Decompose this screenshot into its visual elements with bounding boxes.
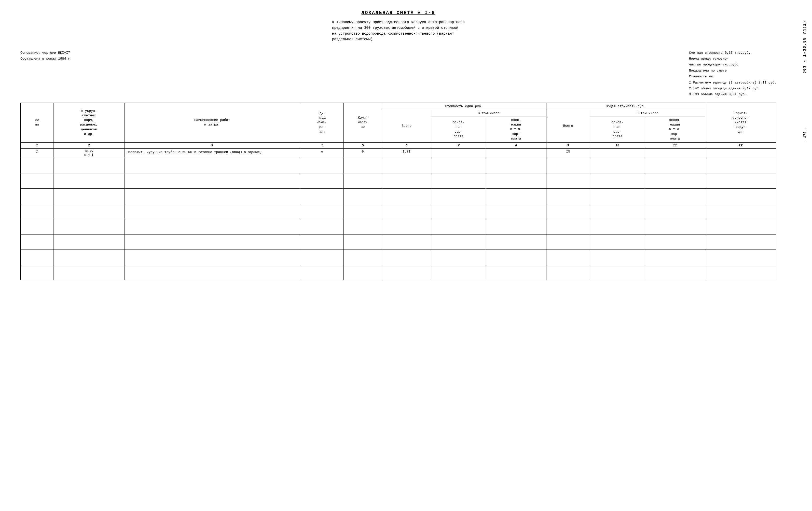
table-row-empty7 [21, 250, 776, 265]
th-total-cost-header: Общая стоимость,руо. [546, 103, 705, 110]
info-right-line8: 3.Iм3 объема здания 0,0I руб. [689, 91, 776, 97]
th-total-base: основ- ная зар- плата [590, 117, 645, 142]
num-cell-1: I [21, 142, 54, 149]
row1-norm-prod [705, 149, 776, 158]
row1-cost-base [431, 149, 486, 158]
th-unit: Еди- ница изме- ре- ния [300, 103, 344, 142]
row1-norm: I6-27 ш.4-I [54, 149, 125, 158]
info-right-line7: 2.Iм2 общей площади здания 0,12 руб. [689, 86, 776, 91]
th-total-expl: экспл. машин в т.ч. зар- плата [645, 117, 705, 142]
row1-unit: м [300, 149, 344, 158]
th-unit-cost-header: Стоимость един.руо. [382, 103, 546, 110]
num-cell-9: 9 [546, 142, 590, 149]
subtitle-line1: к типовому проекту производственного кор… [332, 19, 465, 25]
info-right-line4: Показатели по смете [689, 68, 776, 74]
th-num: №№ пп [21, 103, 54, 142]
th-in-including-total: В том числе [590, 110, 705, 117]
num-cell-4: 4 [300, 142, 344, 149]
num-cell-7: 7 [431, 142, 486, 149]
row1-qty: 9 [344, 149, 382, 158]
table-row-empty3 [21, 189, 776, 204]
subtitle-line3: на устройство водопровода хозяйственно-п… [332, 31, 465, 36]
row1-cost-expl [486, 149, 546, 158]
table-header-row1: №№ пп № укруп. сметных норм, расценок, ц… [21, 103, 776, 110]
info-left-line2: Составлена в ценах 1984 г. [20, 56, 72, 62]
row1-num: I [21, 149, 54, 158]
th-cost-total: Всего [382, 110, 431, 142]
subtitle: к типовому проекту производственного кор… [332, 19, 465, 42]
num-cell-2: 2 [54, 142, 125, 149]
th-norm: № укруп. сметных норм, расценок, ценнико… [54, 103, 125, 142]
main-title: ЛОКАЛЬНАЯ СМЕТА № I-8 [20, 10, 776, 15]
info-right-line5: Стоимость на: [689, 74, 776, 80]
num-cell-8: 8 [486, 142, 546, 149]
th-cost-expl: эксп. машин в т.ч. зар- плата [486, 117, 546, 142]
num-cell-12: I2 [705, 142, 776, 149]
info-section: Основание: чертежи ВКI÷I7 Составлена в ц… [20, 50, 797, 97]
table-row-empty1 [21, 158, 776, 173]
row1-total-expl [645, 149, 705, 158]
table-row-empty8 [21, 265, 776, 280]
table-number-row: I 2 3 4 5 6 7 8 9 I0 II I2 [21, 142, 776, 149]
info-right-line2: Нормативная условно- [689, 56, 776, 62]
table-row-empty6 [21, 234, 776, 250]
num-cell-11: II [645, 142, 705, 149]
info-right-line1: Сметная стоимость 0,63 тнс.руб. [689, 50, 776, 56]
page-container: 603 - 1-33.85 УП(1) - 174 - ЛОКАЛЬНАЯ СМ… [20, 10, 797, 280]
th-name: Наименование работ и затрат [124, 103, 300, 142]
num-cell-6: 6 [382, 142, 431, 149]
row1-name: Проложить чугунные трубон ø 50 мм в гото… [124, 149, 300, 158]
main-table: №№ пп № укруп. сметных норм, расценок, ц… [20, 103, 776, 280]
th-qty: Коли- чест- во [344, 103, 382, 142]
table-row-empty2 [21, 173, 776, 189]
row1-cost-total: I,7I [382, 149, 431, 158]
side-number: - 174 - [803, 127, 807, 142]
table-row-empty5 [21, 219, 776, 234]
num-cell-5: 5 [344, 142, 382, 149]
info-right-line3: чистая продукция тнс.руб. [689, 62, 776, 67]
table-row: I I6-27 ш.4-I Проложить чугунные трубон … [21, 149, 776, 158]
info-right-line6: I.Расчетную единицу (I автомобиль) 2,II … [689, 80, 776, 86]
info-left-line1: Основание: чертежи ВКI÷I7 [20, 50, 72, 56]
row1-total-all: I5 [546, 149, 590, 158]
subtitle-line2: предприятия на 300 грузовых автомобилей … [332, 25, 465, 31]
subtitle-line4: раздельной системы) [332, 36, 465, 42]
header-section: ЛОКАЛЬНАЯ СМЕТА № I-8 к типовому проекту… [20, 10, 797, 42]
table-row-empty4 [21, 204, 776, 219]
side-label: 603 - 1-33.85 УП(1) [803, 20, 807, 74]
th-total-all: Всего [546, 110, 590, 142]
num-cell-10: I0 [590, 142, 645, 149]
th-in-including-unit: В том числе [431, 110, 546, 117]
num-cell-3: 3 [124, 142, 300, 149]
info-right: Сметная стоимость 0,63 тнс.руб. Норматив… [689, 50, 776, 97]
info-left: Основание: чертежи ВКI÷I7 Составлена в ц… [20, 50, 72, 97]
th-cost-base: основ- ная зар- плата [431, 117, 486, 142]
th-norm-prod: Нормат. условно- чистая продук- ция [705, 103, 776, 142]
row1-total-base [590, 149, 645, 158]
